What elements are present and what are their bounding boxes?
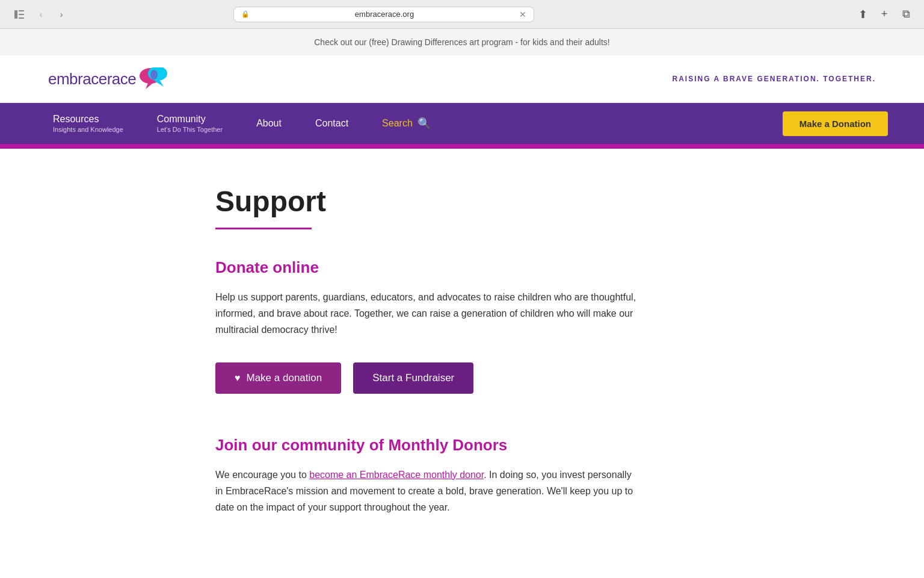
svg-point-8 bbox=[150, 70, 158, 79]
site-header: embracerace RAISING A BRAVE GENERATION. … bbox=[0, 55, 924, 103]
sidebar-toggle-button[interactable] bbox=[10, 6, 29, 23]
accent-bar bbox=[0, 144, 924, 149]
start-fundraiser-label: Start a Fundraiser bbox=[372, 372, 454, 384]
address-bar[interactable]: 🔒 embracerace.org ✕ bbox=[233, 7, 534, 22]
logo-area: embracerace bbox=[48, 67, 168, 90]
search-icon: 🔍 bbox=[417, 117, 431, 130]
close-tab-icon[interactable]: ✕ bbox=[519, 10, 526, 19]
browser-chrome: ‹ › 🔒 embracerace.org ✕ ⬆ + ⧉ bbox=[0, 0, 924, 29]
tagline: RAISING A BRAVE GENERATION. TOGETHER. bbox=[673, 75, 876, 83]
svg-marker-5 bbox=[146, 83, 153, 89]
search-label: Search bbox=[382, 118, 413, 129]
nav-resources-sub: Insights and Knowledge bbox=[53, 126, 123, 133]
back-button[interactable]: ‹ bbox=[32, 6, 49, 23]
banner-text: Check out our (free) Drawing Differences… bbox=[314, 37, 610, 47]
main-content: Support Donate online Help us support pa… bbox=[191, 149, 733, 564]
start-fundraiser-button[interactable]: Start a Fundraiser bbox=[353, 362, 473, 394]
monthly-section: Join our community of Monthly Donors We … bbox=[215, 436, 709, 516]
nav-contact[interactable]: Contact bbox=[298, 107, 365, 140]
donate-section: Donate online Help us support parents, g… bbox=[215, 258, 709, 394]
nav-items: Resources Insights and Knowledge Communi… bbox=[36, 103, 783, 144]
forward-button[interactable]: › bbox=[53, 6, 70, 23]
monthly-body-start: We encourage you to bbox=[215, 470, 309, 480]
nav-resources[interactable]: Resources Insights and Knowledge bbox=[36, 103, 140, 144]
share-button[interactable]: ⬆ bbox=[854, 6, 871, 23]
top-banner: Check out our (free) Drawing Differences… bbox=[0, 29, 924, 55]
browser-actions: ⬆ + ⧉ bbox=[854, 6, 914, 23]
nav-community-sub: Let's Do This Together bbox=[157, 126, 223, 133]
nav-about[interactable]: About bbox=[239, 107, 298, 140]
title-underline bbox=[215, 228, 312, 229]
nav-about-label: About bbox=[256, 118, 282, 129]
site-nav: Resources Insights and Knowledge Communi… bbox=[0, 103, 924, 144]
svg-rect-3 bbox=[19, 17, 24, 19]
tabs-button[interactable]: ⧉ bbox=[898, 6, 914, 23]
page-title: Support bbox=[215, 185, 709, 218]
website: Check out our (free) Drawing Differences… bbox=[0, 29, 924, 578]
nav-community-label: Community bbox=[157, 114, 223, 125]
donate-body: Help us support parents, guardians, educ… bbox=[215, 289, 636, 338]
monthly-donor-link[interactable]: become an EmbraceRace monthly donor bbox=[309, 470, 484, 480]
browser-controls: ‹ › bbox=[10, 6, 70, 23]
nav-community[interactable]: Community Let's Do This Together bbox=[140, 103, 239, 144]
svg-rect-1 bbox=[19, 10, 24, 11]
make-donation-button[interactable]: ♥ Make a donation bbox=[215, 362, 341, 394]
logo-text: embracerace bbox=[48, 70, 136, 89]
lock-icon: 🔒 bbox=[241, 10, 250, 18]
logo-icon bbox=[137, 67, 168, 90]
donate-heading: Donate online bbox=[215, 258, 709, 277]
nav-search[interactable]: Search 🔍 bbox=[365, 106, 448, 141]
nav-contact-label: Contact bbox=[315, 118, 348, 129]
monthly-heading: Join our community of Monthly Donors bbox=[215, 436, 709, 455]
monthly-body: We encourage you to become an EmbraceRac… bbox=[215, 467, 636, 516]
svg-rect-2 bbox=[19, 14, 24, 15]
nav-donation-button[interactable]: Make a Donation bbox=[783, 111, 888, 136]
nav-resources-label: Resources bbox=[53, 114, 123, 125]
monthly-link-text: become an EmbraceRace monthly donor bbox=[309, 470, 484, 480]
heart-icon: ♥ bbox=[235, 373, 241, 384]
new-tab-button[interactable]: + bbox=[876, 6, 893, 23]
url-text: embracerace.org bbox=[254, 10, 514, 19]
donation-buttons: ♥ Make a donation Start a Fundraiser bbox=[215, 362, 709, 394]
make-donation-label: Make a donation bbox=[247, 372, 322, 384]
svg-rect-0 bbox=[14, 10, 17, 19]
